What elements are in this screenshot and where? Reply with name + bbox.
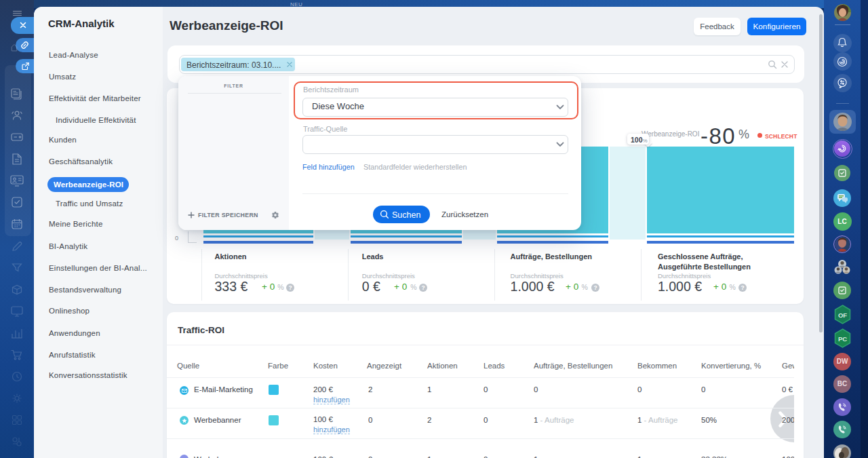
svg-text:OF: OF xyxy=(838,311,847,319)
svg-text:PC: PC xyxy=(838,335,847,343)
